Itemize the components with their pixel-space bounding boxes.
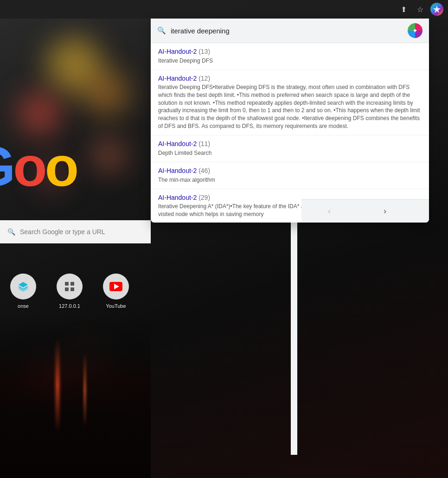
colorful-search-button[interactable] bbox=[408, 23, 422, 38]
svg-marker-0 bbox=[433, 6, 441, 13]
result-title: AI-Handout-2 (12) bbox=[158, 75, 422, 82]
share-button[interactable]: ⬆ bbox=[397, 3, 410, 16]
omnibox-panel: 🔍 AI-Handout-2 (13) Iterative Deeping DF… bbox=[151, 19, 429, 223]
omnibox-input[interactable] bbox=[171, 27, 403, 35]
chrome-toolbar: ⬆ ☆ bbox=[0, 0, 448, 19]
google-logo: Goo bbox=[0, 134, 77, 198]
profile-button[interactable] bbox=[430, 3, 443, 16]
result-item[interactable]: AI-Handout-2 (13) Iterative Deeping DFS bbox=[151, 43, 429, 70]
svg-rect-2 bbox=[70, 282, 74, 286]
shortcut-label-onse: onse bbox=[18, 303, 29, 309]
back-button[interactable]: ‹ bbox=[320, 202, 339, 221]
omnibox-search-icon: 🔍 bbox=[157, 26, 166, 35]
result-snippet: Iterative Deeping DFS•Iterative Deeping … bbox=[158, 83, 422, 130]
bookmark-star-button[interactable]: ☆ bbox=[414, 3, 427, 16]
youtube-icon-bg bbox=[109, 282, 122, 291]
result-snippet: Iterative Deeping DFS bbox=[158, 57, 422, 65]
svg-rect-4 bbox=[70, 287, 74, 291]
share-icon: ⬆ bbox=[401, 5, 407, 14]
shortcuts-row: onse 127.0.0.1 YouTube bbox=[0, 264, 151, 318]
water-light bbox=[83, 353, 86, 427]
layers-icon bbox=[17, 280, 30, 293]
result-item[interactable]: AI-Handout-2 (12) Iterative Deeping DFS•… bbox=[151, 70, 429, 135]
results-list: AI-Handout-2 (13) Iterative Deeping DFS … bbox=[151, 43, 429, 223]
omnibox-input-row: 🔍 bbox=[151, 19, 429, 43]
svg-rect-1 bbox=[65, 282, 69, 286]
shortcut-label-localhost: 127.0.0.1 bbox=[59, 303, 80, 309]
water-light bbox=[56, 339, 59, 432]
water-reflection bbox=[0, 316, 151, 478]
search-placeholder-text: Search Google or type a URL bbox=[20, 228, 105, 236]
forward-icon: › bbox=[384, 206, 386, 216]
shortcut-icon-localhost bbox=[57, 274, 83, 300]
newtab-search-bar[interactable]: 🔍 Search Google or type a URL bbox=[0, 220, 151, 243]
star-icon: ☆ bbox=[417, 5, 423, 14]
back-icon: ‹ bbox=[328, 206, 331, 216]
bottom-toolbar: ‹ › ⛶ ☆ ⚙ bbox=[301, 199, 429, 223]
shortcut-label-youtube: YouTube bbox=[106, 303, 126, 309]
result-title: AI-Handout-2 (13) bbox=[158, 48, 422, 55]
shortcut-icon-onse bbox=[10, 274, 36, 300]
youtube-play-icon bbox=[114, 284, 119, 289]
result-snippet: The min-max algorithm bbox=[158, 176, 422, 184]
result-title: AI-Handout-2 (11) bbox=[158, 140, 422, 147]
result-snippet: Depth Limited Search bbox=[158, 149, 422, 157]
grid-icon bbox=[63, 280, 76, 293]
result-item[interactable]: AI-Handout-2 (11) Depth Limited Search bbox=[151, 135, 429, 162]
result-item[interactable]: AI-Handout-2 (46) The min-max algorithm bbox=[151, 162, 429, 189]
shortcut-youtube[interactable]: YouTube bbox=[93, 269, 139, 313]
water-reflection-area bbox=[0, 316, 151, 478]
forward-button[interactable]: › bbox=[376, 202, 394, 221]
shortcut-onse[interactable]: onse bbox=[0, 269, 46, 313]
newtab-area: Goo 🔍 Search Google or type a URL onse bbox=[0, 19, 151, 478]
shortcut-localhost[interactable]: 127.0.0.1 bbox=[46, 269, 93, 313]
svg-rect-3 bbox=[65, 287, 69, 291]
search-icon: 🔍 bbox=[7, 228, 15, 236]
profile-icon bbox=[432, 5, 442, 14]
shortcut-icon-youtube bbox=[103, 274, 129, 300]
result-title: AI-Handout-2 (46) bbox=[158, 167, 422, 174]
